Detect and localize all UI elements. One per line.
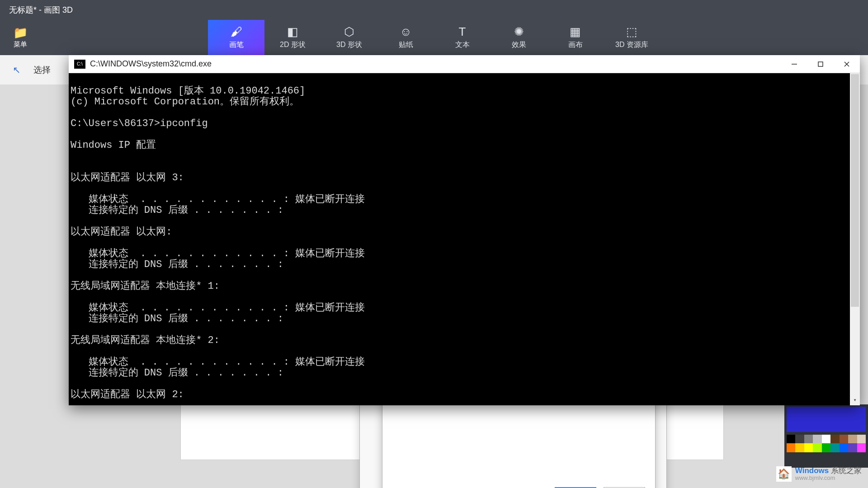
tool-label: 效果 <box>512 40 526 50</box>
tool-text[interactable]: T文本 <box>434 20 491 55</box>
paint3d-titlebar: 无标题* - 画图 3D <box>0 0 868 20</box>
tool-label: 2D 形状 <box>280 40 306 50</box>
house-icon: 🏠 <box>776 466 792 482</box>
effects-icon: ✺ <box>514 26 524 38</box>
close-button[interactable] <box>834 55 860 73</box>
color-swatch[interactable] <box>822 443 830 452</box>
tool-label: 文本 <box>455 40 470 50</box>
tool-canvas[interactable]: ▦画布 <box>547 20 604 55</box>
tool-strip: 🖌画笔◧2D 形状⬡3D 形状☺贴纸T文本✺效果▦画布⬚3D 资源库 <box>208 20 660 55</box>
tool-effects[interactable]: ✺效果 <box>491 20 547 55</box>
color-swatch[interactable] <box>840 435 848 443</box>
tool-label: 画布 <box>568 40 583 50</box>
brush-icon: 🖌 <box>231 26 242 38</box>
watermark-brand: Windows <box>795 466 829 475</box>
menu-button[interactable]: 📁 菜单 <box>0 20 41 55</box>
cmd-icon: C:\ <box>74 60 85 69</box>
color-swatch[interactable] <box>795 435 804 443</box>
tool-label: 画笔 <box>229 40 244 50</box>
paint3d-title: 无标题* - 画图 3D <box>9 5 73 15</box>
tool-shape3d[interactable]: ⬡3D 形状 <box>321 20 377 55</box>
maximize-icon <box>817 61 824 67</box>
color-swatch[interactable] <box>830 443 839 452</box>
cmd-title: C:\WINDOWS\system32\cmd.exe <box>90 59 212 69</box>
color-swatch[interactable] <box>787 443 795 452</box>
canvas-icon: ▦ <box>570 26 581 38</box>
color-swatch[interactable] <box>813 435 821 443</box>
cmd-scrollbar[interactable]: ▾ <box>850 73 860 405</box>
color-panel <box>784 404 868 468</box>
select-tool[interactable]: 选择 <box>33 64 51 76</box>
color-swatch[interactable] <box>857 443 866 452</box>
color-swatch[interactable] <box>840 443 848 452</box>
watermark-url: www.bjmlv.com <box>795 475 862 481</box>
svg-rect-1 <box>818 62 823 66</box>
color-swatch[interactable] <box>822 435 830 443</box>
maximize-button[interactable] <box>807 55 834 73</box>
cmd-scroll-thumb[interactable] <box>851 74 859 307</box>
color-swatch[interactable] <box>787 435 795 443</box>
cmd-window: C:\ C:\WINDOWS\system32\cmd.exe Microsof… <box>69 55 860 405</box>
folder-icon: 📁 <box>13 27 28 38</box>
library3d-icon: ⬚ <box>626 26 637 38</box>
minimize-button[interactable] <box>781 55 807 73</box>
watermark-suffix: 系统之家 <box>831 466 862 475</box>
color-swatches <box>784 435 868 452</box>
color-swatch[interactable] <box>830 435 839 443</box>
shape2d-icon: ◧ <box>287 26 298 38</box>
tool-brush[interactable]: 🖌画笔 <box>208 20 264 55</box>
color-swatch[interactable] <box>795 443 804 452</box>
color-swatch[interactable] <box>804 435 813 443</box>
tool-sticker[interactable]: ☺贴纸 <box>377 20 434 55</box>
menu-label: 菜单 <box>14 40 27 49</box>
tool-label: 3D 资源库 <box>615 40 648 50</box>
cursor-icon: ↖ <box>13 65 21 75</box>
tool-label: 3D 形状 <box>336 40 362 50</box>
watermark: 🏠 Windows 系统之家 www.bjmlv.com <box>776 466 862 482</box>
color-swatch[interactable] <box>848 435 857 443</box>
text-icon: T <box>459 26 466 38</box>
color-swatch[interactable] <box>848 443 857 452</box>
cmd-output: Microsoft Windows [版本 10.0.19042.1466] (… <box>71 85 365 400</box>
minimize-icon <box>791 61 797 67</box>
shape3d-icon: ⬡ <box>344 26 354 38</box>
sticker-icon: ☺ <box>400 26 412 38</box>
close-icon <box>844 61 850 67</box>
color-swatch[interactable] <box>804 443 813 452</box>
tool-library3d[interactable]: ⬚3D 资源库 <box>604 20 660 55</box>
color-swatch[interactable] <box>857 435 866 443</box>
tool-label: 贴纸 <box>399 40 413 50</box>
cmd-titlebar[interactable]: C:\ C:\WINDOWS\system32\cmd.exe <box>69 55 860 73</box>
scroll-down-icon[interactable]: ▾ <box>850 395 860 405</box>
cmd-body[interactable]: Microsoft Windows [版本 10.0.19042.1466] (… <box>69 73 860 405</box>
current-color-swatch[interactable] <box>787 407 866 432</box>
color-swatch[interactable] <box>813 443 821 452</box>
tool-shape2d[interactable]: ◧2D 形状 <box>264 20 321 55</box>
